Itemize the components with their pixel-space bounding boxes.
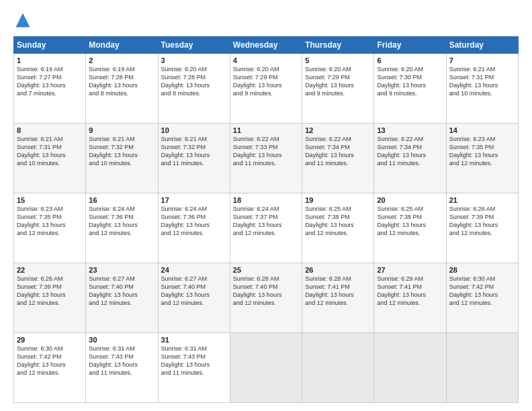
day-number: 21 [449, 196, 515, 204]
day-number: 11 [233, 126, 299, 134]
day-info: Sunrise: 6:22 AM Sunset: 7:33 PM Dayligh… [233, 135, 299, 168]
calendar-cell: 10Sunrise: 6:21 AM Sunset: 7:32 PM Dayli… [158, 124, 230, 193]
day-number: 31 [161, 336, 227, 344]
day-info: Sunrise: 6:21 AM Sunset: 7:31 PM Dayligh… [449, 65, 515, 98]
day-info: Sunrise: 6:26 AM Sunset: 7:39 PM Dayligh… [17, 275, 83, 308]
day-info: Sunrise: 6:20 AM Sunset: 7:29 PM Dayligh… [233, 65, 299, 98]
day-number: 22 [17, 266, 83, 274]
calendar-cell [374, 333, 446, 403]
calendar-cell: 15Sunrise: 6:23 AM Sunset: 7:35 PM Dayli… [14, 193, 86, 263]
calendar-cell: 2Sunrise: 6:19 AM Sunset: 7:28 PM Daylig… [86, 54, 158, 124]
day-number: 6 [377, 56, 443, 64]
day-number: 28 [449, 266, 515, 274]
day-info: Sunrise: 6:20 AM Sunset: 7:28 PM Dayligh… [161, 65, 227, 98]
day-info: Sunrise: 6:29 AM Sunset: 7:41 PM Dayligh… [377, 275, 443, 308]
calendar-cell: 12Sunrise: 6:22 AM Sunset: 7:34 PM Dayli… [302, 124, 374, 193]
calendar-cell: 23Sunrise: 6:27 AM Sunset: 7:40 PM Dayli… [86, 263, 158, 333]
weekday-header-friday: Friday [374, 37, 446, 54]
day-info: Sunrise: 6:27 AM Sunset: 7:40 PM Dayligh… [89, 275, 154, 308]
general-blue-icon [13, 11, 32, 30]
calendar-header-row: SundayMondayTuesdayWednesdayThursdayFrid… [14, 37, 519, 54]
day-info: Sunrise: 6:22 AM Sunset: 7:34 PM Dayligh… [305, 135, 371, 168]
calendar-cell: 18Sunrise: 6:24 AM Sunset: 7:37 PM Dayli… [230, 193, 302, 263]
day-info: Sunrise: 6:27 AM Sunset: 7:40 PM Dayligh… [161, 275, 227, 308]
day-number: 20 [377, 196, 443, 204]
day-number: 26 [305, 266, 371, 274]
day-info: Sunrise: 6:30 AM Sunset: 7:42 PM Dayligh… [17, 345, 83, 377]
calendar-cell: 8Sunrise: 6:21 AM Sunset: 7:31 PM Daylig… [14, 124, 86, 193]
weekday-header-saturday: Saturday [446, 37, 518, 54]
day-info: Sunrise: 6:21 AM Sunset: 7:32 PM Dayligh… [161, 135, 227, 168]
day-number: 17 [161, 196, 227, 204]
calendar-cell: 26Sunrise: 6:28 AM Sunset: 7:41 PM Dayli… [302, 263, 374, 333]
calendar-cell: 9Sunrise: 6:21 AM Sunset: 7:32 PM Daylig… [86, 124, 158, 193]
calendar-cell: 14Sunrise: 6:23 AM Sunset: 7:35 PM Dayli… [446, 124, 518, 193]
calendar-week-2: 8Sunrise: 6:21 AM Sunset: 7:31 PM Daylig… [14, 124, 519, 193]
calendar-cell: 24Sunrise: 6:27 AM Sunset: 7:40 PM Dayli… [158, 263, 230, 333]
calendar-cell [302, 333, 374, 403]
day-number: 14 [449, 126, 515, 134]
day-info: Sunrise: 6:28 AM Sunset: 7:40 PM Dayligh… [233, 275, 299, 308]
day-info: Sunrise: 6:20 AM Sunset: 7:30 PM Dayligh… [377, 65, 443, 98]
calendar-cell: 27Sunrise: 6:29 AM Sunset: 7:41 PM Dayli… [374, 263, 446, 333]
header [13, 11, 519, 30]
calendar-cell: 25Sunrise: 6:28 AM Sunset: 7:40 PM Dayli… [230, 263, 302, 333]
weekday-header-sunday: Sunday [14, 37, 86, 54]
day-number: 1 [17, 56, 83, 64]
day-number: 3 [161, 56, 227, 64]
day-number: 2 [89, 56, 154, 64]
day-number: 8 [17, 126, 83, 134]
calendar-cell: 6Sunrise: 6:20 AM Sunset: 7:30 PM Daylig… [374, 54, 446, 124]
day-info: Sunrise: 6:30 AM Sunset: 7:42 PM Dayligh… [449, 275, 515, 308]
day-info: Sunrise: 6:21 AM Sunset: 7:32 PM Dayligh… [89, 135, 154, 168]
day-number: 12 [305, 126, 371, 134]
day-info: Sunrise: 6:23 AM Sunset: 7:35 PM Dayligh… [449, 135, 515, 168]
day-info: Sunrise: 6:23 AM Sunset: 7:35 PM Dayligh… [17, 205, 83, 238]
page: SundayMondayTuesdayWednesdayThursdayFrid… [0, 0, 532, 411]
calendar-cell: 30Sunrise: 6:31 AM Sunset: 7:43 PM Dayli… [86, 333, 158, 403]
day-number: 27 [377, 266, 443, 274]
day-info: Sunrise: 6:28 AM Sunset: 7:41 PM Dayligh… [305, 275, 371, 308]
day-info: Sunrise: 6:24 AM Sunset: 7:36 PM Dayligh… [89, 205, 154, 238]
day-info: Sunrise: 6:25 AM Sunset: 7:38 PM Dayligh… [305, 205, 371, 238]
calendar-cell: 13Sunrise: 6:22 AM Sunset: 7:34 PM Dayli… [374, 124, 446, 193]
calendar-cell: 21Sunrise: 6:26 AM Sunset: 7:39 PM Dayli… [446, 193, 518, 263]
day-info: Sunrise: 6:31 AM Sunset: 7:43 PM Dayligh… [161, 345, 227, 377]
day-number: 10 [161, 126, 227, 134]
calendar-cell: 19Sunrise: 6:25 AM Sunset: 7:38 PM Dayli… [302, 193, 374, 263]
calendar-cell: 22Sunrise: 6:26 AM Sunset: 7:39 PM Dayli… [14, 263, 86, 333]
calendar-cell: 11Sunrise: 6:22 AM Sunset: 7:33 PM Dayli… [230, 124, 302, 193]
calendar-cell: 16Sunrise: 6:24 AM Sunset: 7:36 PM Dayli… [86, 193, 158, 263]
calendar-cell: 20Sunrise: 6:25 AM Sunset: 7:38 PM Dayli… [374, 193, 446, 263]
day-number: 5 [305, 56, 371, 64]
calendar-week-3: 15Sunrise: 6:23 AM Sunset: 7:35 PM Dayli… [14, 193, 519, 263]
calendar-week-4: 22Sunrise: 6:26 AM Sunset: 7:39 PM Dayli… [14, 263, 519, 333]
calendar-cell: 17Sunrise: 6:24 AM Sunset: 7:36 PM Dayli… [158, 193, 230, 263]
calendar-week-5: 29Sunrise: 6:30 AM Sunset: 7:42 PM Dayli… [14, 333, 519, 403]
logo [13, 11, 35, 30]
day-number: 15 [17, 196, 83, 204]
calendar-cell: 5Sunrise: 6:20 AM Sunset: 7:29 PM Daylig… [302, 54, 374, 124]
calendar-cell [230, 333, 302, 403]
day-info: Sunrise: 6:20 AM Sunset: 7:29 PM Dayligh… [305, 65, 371, 98]
day-number: 9 [89, 126, 154, 134]
day-number: 23 [89, 266, 154, 274]
weekday-header-thursday: Thursday [302, 37, 374, 54]
day-number: 18 [233, 196, 299, 204]
day-info: Sunrise: 6:26 AM Sunset: 7:39 PM Dayligh… [449, 205, 515, 238]
day-number: 16 [89, 196, 154, 204]
calendar-table: SundayMondayTuesdayWednesdayThursdayFrid… [13, 36, 519, 403]
calendar-cell: 7Sunrise: 6:21 AM Sunset: 7:31 PM Daylig… [446, 54, 518, 124]
day-info: Sunrise: 6:19 AM Sunset: 7:28 PM Dayligh… [89, 65, 154, 98]
calendar-cell: 1Sunrise: 6:19 AM Sunset: 7:27 PM Daylig… [14, 54, 86, 124]
day-info: Sunrise: 6:24 AM Sunset: 7:36 PM Dayligh… [161, 205, 227, 238]
day-number: 30 [89, 336, 154, 344]
day-number: 4 [233, 56, 299, 64]
day-number: 7 [449, 56, 515, 64]
day-info: Sunrise: 6:22 AM Sunset: 7:34 PM Dayligh… [377, 135, 443, 168]
day-info: Sunrise: 6:25 AM Sunset: 7:38 PM Dayligh… [377, 205, 443, 238]
day-number: 13 [377, 126, 443, 134]
day-number: 29 [17, 336, 83, 344]
day-number: 19 [305, 196, 371, 204]
calendar-cell: 28Sunrise: 6:30 AM Sunset: 7:42 PM Dayli… [446, 263, 518, 333]
